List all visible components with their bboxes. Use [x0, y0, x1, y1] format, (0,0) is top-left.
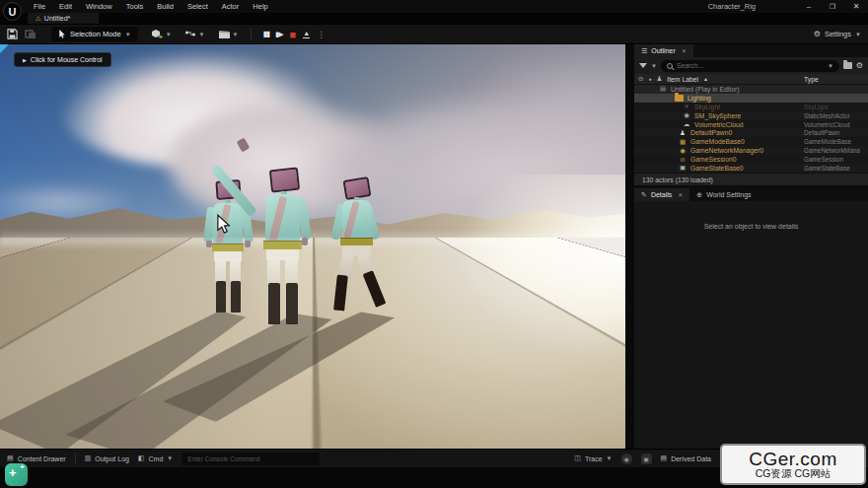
viewport-settings-dropdown[interactable]: ⚙ Settings ▼	[814, 30, 861, 38]
menu-item[interactable]: Window	[86, 2, 112, 11]
chevron-down-icon: ▼	[607, 455, 613, 461]
outliner-row[interactable]: DefaultPawn0 DefaultPawn	[634, 128, 868, 137]
add-actor-dropdown[interactable]: + ▼	[151, 29, 172, 40]
output-log-label: Output Log	[95, 455, 129, 462]
chevron-down-icon: ▼	[125, 32, 131, 37]
visibility-eye-icon[interactable]: ⊙	[638, 75, 643, 83]
actor-label: VolumetricCloud	[694, 121, 744, 128]
blueprints-dropdown[interactable]: ▼	[184, 30, 205, 39]
save-button[interactable]	[7, 29, 18, 39]
statusbar-right: ◫ Trace ▼ ◉ ▣ ▤ Derived Data	[574, 453, 711, 464]
actor-type: VolumetricCloud	[804, 121, 850, 128]
snapshot-icon[interactable]: ▣	[641, 453, 652, 464]
actor-type-icon	[682, 120, 691, 128]
play-control-icon[interactable]	[275, 31, 282, 38]
close-icon[interactable]: ✕	[678, 191, 683, 198]
outliner-rows: Untitled (Play in Editor) Lighting SkyLi…	[634, 85, 868, 173]
tab-details[interactable]: ✎ Details ✕	[634, 188, 689, 201]
boot	[231, 281, 241, 313]
outliner-row[interactable]: SkyLight SkyLight	[634, 103, 868, 111]
actor-label: Untitled (Play in Editor)	[671, 86, 740, 93]
mouse-control-button[interactable]: ▶ Click for Mouse Control	[14, 52, 111, 67]
details-tab-bar: ✎ Details ✕ ⊕ World Settings	[634, 188, 868, 201]
output-log-button[interactable]: ▥ Output Log	[85, 454, 129, 462]
derived-data-button[interactable]: ▤ Derived Data	[661, 454, 711, 462]
blueprint-icon	[184, 30, 197, 39]
leg	[285, 257, 298, 285]
outliner-row[interactable]: GameSession0 GameSession	[634, 155, 868, 164]
window-control-icon[interactable]	[821, 2, 844, 11]
console-icon: ◧	[138, 454, 145, 462]
tab-outliner[interactable]: ☰ Outliner ✕	[634, 44, 693, 57]
play-control-icon[interactable]	[317, 30, 326, 39]
outliner-row[interactable]: Untitled (Play in Editor)	[634, 85, 868, 94]
cmd-label: Cmd	[149, 455, 164, 462]
boot	[268, 283, 280, 324]
menu-item[interactable]: Build	[157, 2, 174, 11]
boot	[333, 275, 348, 312]
actor-type-icon	[678, 164, 687, 172]
actor-type-icon	[678, 147, 687, 155]
selection-mode-dropdown[interactable]: Selection Mode ▼	[51, 27, 138, 41]
torso	[342, 200, 371, 240]
actor-label: Lighting	[687, 95, 711, 102]
actor-label: GameNetworkManager0	[690, 147, 763, 154]
type-column[interactable]: Type	[804, 76, 819, 83]
character-walking[interactable]	[327, 178, 393, 320]
filter-icon[interactable]	[639, 63, 647, 68]
output-log-icon: ▥	[85, 454, 92, 462]
window-control-icon[interactable]	[797, 2, 821, 11]
close-icon[interactable]: ✕	[682, 47, 687, 54]
chevron-down-icon[interactable]: ▼	[651, 63, 657, 69]
insights-icon[interactable]: ◉	[621, 453, 632, 464]
outliner-row[interactable]: GameModeBase0 GameModeBase	[634, 137, 868, 146]
tab-world-settings[interactable]: ⊕ World Settings	[689, 188, 758, 201]
character-waving[interactable]	[247, 141, 322, 326]
console-command-input[interactable]	[181, 453, 320, 465]
outliner-search-box[interactable]: ▼	[661, 60, 839, 72]
level-tab[interactable]: ⚠ Untitled*	[28, 13, 99, 24]
play-control-icon[interactable]	[303, 30, 310, 38]
content-drawer-button[interactable]: ▤ Content Drawer	[7, 454, 66, 462]
trace-dropdown[interactable]: ◫ Trace ▼	[574, 454, 612, 462]
watermark: CGer.com CG资源 CG网站	[720, 444, 866, 485]
pin-icon[interactable]: ●	[648, 76, 651, 82]
warning-icon: ⚠	[36, 15, 41, 23]
level-viewport[interactable]: ▶ Click for Mouse Control	[0, 44, 625, 449]
overlay-app-icon	[5, 463, 28, 486]
item-label-column[interactable]: Item Label	[667, 76, 698, 83]
window-control-icon[interactable]	[844, 2, 868, 11]
outliner-panel: ☰ Outliner ✕ ▼ ▼ ⚙ ⊙ ● ♟ It	[634, 44, 868, 185]
play-control-icon[interactable]	[290, 29, 297, 40]
outliner-row[interactable]: SM_SkySphere StaticMeshActor	[634, 111, 868, 120]
details-empty-message: Select an object to view details	[704, 223, 799, 230]
main-toolbar: Selection Mode ▼ + ▼ ▼ ▼ ⚙ Settings ▼	[0, 24, 868, 44]
search-input[interactable]	[677, 62, 824, 69]
outliner-row[interactable]: Lighting	[634, 94, 868, 103]
outliner-row[interactable]: VolumetricCloud VolumetricCloud	[634, 120, 868, 129]
outliner-row[interactable]: GameStateBase0 GameStateBase	[634, 164, 868, 173]
sash	[343, 201, 360, 240]
window-controls	[797, 2, 868, 11]
outliner-row[interactable]: GameNetworkManager0 GameNetworkMana	[634, 146, 868, 155]
chevron-down-icon[interactable]: ▼	[828, 63, 833, 69]
play-control-icon[interactable]	[263, 30, 269, 38]
cursor-icon	[58, 30, 66, 38]
chevron-down-icon: ▼	[233, 32, 239, 37]
actor-type: SkyLight	[804, 104, 829, 110]
menu-item[interactable]: Actor	[222, 2, 240, 11]
menu-item[interactable]: Tools	[126, 2, 144, 11]
create-folder-icon[interactable]	[843, 62, 852, 69]
cmd-dropdown[interactable]: ◧ Cmd ▼	[138, 454, 173, 462]
menu-item[interactable]: File	[34, 2, 45, 11]
sort-ascending-icon: ▲	[703, 76, 708, 82]
search-icon	[667, 63, 673, 69]
menu-item[interactable]: Edit	[59, 2, 72, 11]
outliner-settings-icon[interactable]: ⚙	[856, 61, 863, 70]
unreal-logo-icon[interactable]: U	[3, 2, 22, 21]
cinematics-dropdown[interactable]: ▼	[218, 30, 239, 39]
menu-item[interactable]: Select	[187, 2, 208, 11]
content-browser-button[interactable]	[25, 29, 36, 39]
possess-icon[interactable]: ♟	[656, 75, 662, 83]
menu-item[interactable]: Help	[253, 2, 267, 11]
